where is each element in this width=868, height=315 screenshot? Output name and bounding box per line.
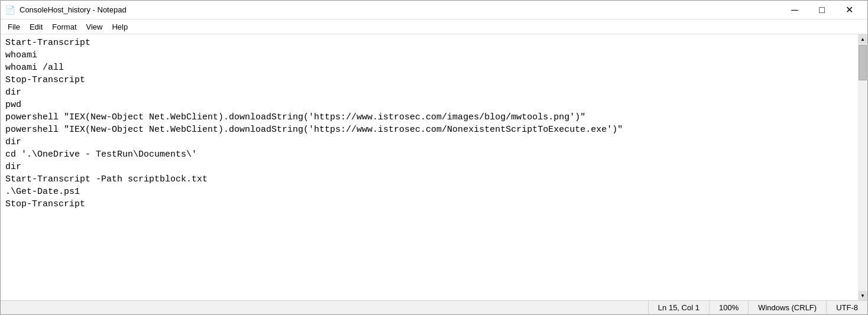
- vertical-scrollbar[interactable]: ▲ ▼: [858, 34, 867, 300]
- menu-view[interactable]: View: [82, 21, 108, 33]
- line-ending: Windows (CRLF): [748, 301, 826, 314]
- window-title: ConsoleHost_history - Notepad: [20, 5, 127, 14]
- encoding: UTF-8: [826, 301, 867, 314]
- content-area: Start-Transcript whoami whoami /all Stop…: [1, 34, 867, 300]
- title-bar-controls: ─ □ ✕: [781, 1, 863, 20]
- title-bar: 📄 ConsoleHost_history - Notepad ─ □ ✕: [1, 1, 867, 20]
- menu-edit[interactable]: Edit: [25, 21, 47, 33]
- menu-bar: File Edit Format View Help: [1, 20, 867, 34]
- maximize-button[interactable]: □: [808, 1, 835, 20]
- zoom-level: 100%: [709, 301, 748, 314]
- notepad-icon: 📄: [5, 5, 15, 15]
- menu-file[interactable]: File: [3, 21, 25, 33]
- minimize-button[interactable]: ─: [781, 1, 808, 20]
- title-bar-left: 📄 ConsoleHost_history - Notepad: [5, 5, 127, 15]
- status-bar: Ln 15, Col 1 100% Windows (CRLF) UTF-8: [1, 300, 867, 314]
- scroll-thumb[interactable]: [859, 45, 867, 80]
- cursor-position: Ln 15, Col 1: [648, 301, 709, 314]
- menu-format[interactable]: Format: [47, 21, 81, 33]
- scroll-down-arrow[interactable]: ▼: [858, 291, 867, 300]
- close-button[interactable]: ✕: [835, 1, 863, 20]
- menu-help[interactable]: Help: [107, 21, 132, 33]
- scroll-track[interactable]: [858, 44, 867, 291]
- notepad-window: 📄 ConsoleHost_history - Notepad ─ □ ✕ Fi…: [0, 0, 868, 315]
- scroll-up-arrow[interactable]: ▲: [858, 34, 867, 44]
- text-editor[interactable]: Start-Transcript whoami whoami /all Stop…: [1, 34, 858, 300]
